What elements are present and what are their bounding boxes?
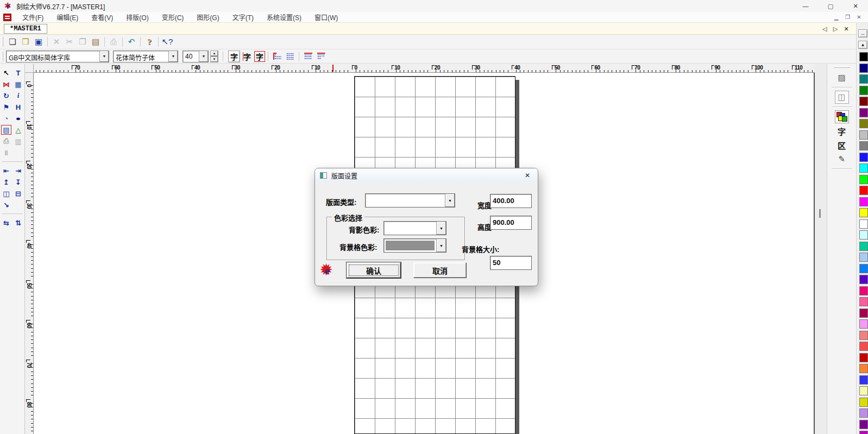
measure-tool[interactable]: ↘ [1,199,12,210]
banner-text-tool[interactable]: ⚑ [1,102,12,112]
frame-window-icon[interactable]: ◫ [835,91,849,104]
space-vertical-tool[interactable]: ⇅ [12,217,24,228]
center-horizontal-tool[interactable]: ◫ [1,188,12,199]
context-help-button[interactable]: ↖? [161,36,174,48]
align-bottom-tool[interactable]: ↧ [12,177,24,187]
palette-color-fa8232[interactable] [859,364,868,373]
tab-prev-button[interactable]: ◁ [820,24,829,33]
align-right-tool[interactable]: ⇥ [12,165,24,176]
align-top-tool[interactable]: ↥ [1,177,12,187]
palette-color-008000[interactable] [859,86,868,95]
layout-flow-full-button[interactable] [284,51,296,62]
palette-color-ff00ff[interactable] [859,197,868,206]
tab-master1[interactable]: *MASTER1 [4,24,47,34]
mdi-close-button[interactable]: ✕ [853,13,865,22]
font-size-stepper[interactable]: ▲ ▼ [210,51,218,62]
palette-color-fafaaf[interactable] [859,386,868,395]
palette-color-800080[interactable] [859,108,868,117]
layout-spacing-a-button[interactable] [302,51,314,62]
palette-color-ff0000[interactable] [859,186,868,195]
palette-color-3232f0[interactable] [859,375,868,385]
palette-color-ccffff[interactable] [859,230,868,240]
palette-color-7d0091[interactable] [859,420,868,429]
image-frame-tool[interactable]: ▤ [1,124,12,135]
chevron-down-icon[interactable]: ▼ [445,194,455,207]
maximize-button[interactable]: ▢ [818,0,843,12]
height-field[interactable]: 900.00 [490,216,532,230]
confirm-button[interactable]: 确认 [347,262,401,278]
palette-color-008080[interactable] [859,74,868,84]
open-file-button[interactable]: ❒ [19,36,32,48]
palette-color-000000[interactable] [859,52,868,61]
font-size-combo[interactable]: 40 ▼ [183,51,209,62]
canvas-scrollbar-thumb[interactable] [819,209,821,218]
palette-color-800000[interactable] [859,97,868,106]
menu-typeset[interactable]: 排版(O) [119,11,155,23]
region-icon[interactable]: 区 [835,139,849,152]
ellipse-tool[interactable]: ● [10,113,27,124]
font-combo[interactable]: 花体简竹子体 ▼ [113,51,178,62]
stepper-up-icon[interactable]: ▲ [210,51,218,56]
font-library-combo[interactable]: GB中文国标简体字库 ▼ [6,51,109,62]
text-attributes-icon[interactable]: 字 [835,124,849,137]
palette-color-a8ccf0[interactable] [859,253,868,262]
grid-size-field[interactable]: 50 [490,256,532,270]
help-button[interactable]: ? [143,36,156,48]
palette-color-00ff00[interactable] [859,175,868,184]
palette-color-f00078[interactable] [859,286,868,295]
menu-edit[interactable]: 编辑(E) [50,11,85,23]
palette-color-a8004f[interactable] [859,309,868,318]
mirror-tool[interactable]: H [12,102,24,112]
menu-transform[interactable]: 变形(C) [155,11,191,23]
insert-image-icon[interactable]: ▨ [835,71,849,84]
layout-type-combo[interactable]: ▼ [365,193,455,207]
spacer[interactable] [12,147,24,158]
italic-text-tool[interactable]: i [12,90,24,101]
color-layers-icon[interactable] [835,110,849,123]
panel-handle[interactable] [834,66,850,68]
width-field[interactable]: 400.00 [490,194,532,208]
palette-color-c80000[interactable] [859,353,868,362]
palette-color-1414ff[interactable] [859,153,868,162]
node-shape-tool[interactable]: △ [12,124,24,135]
dialog-close-icon[interactable]: ✕ [523,171,532,180]
palette-color-0080ff[interactable] [859,264,868,273]
palette-scroll-up-button[interactable]: ▲ [858,41,867,49]
chevron-down-icon[interactable]: ▼ [168,51,178,62]
palette-color-808080[interactable] [859,141,868,150]
edit-page-icon[interactable]: ✎ [835,153,849,166]
mdi-minimize-button[interactable]: ▁ [831,13,842,22]
save-file-button[interactable]: ▣ [32,36,45,48]
close-button[interactable]: ✕ [843,0,868,12]
palette-color-fa4b4b[interactable] [859,342,868,351]
tab-close-button[interactable]: ✕ [842,24,851,33]
palette-color-00cc99[interactable] [859,242,868,251]
palette-color-5a00c8[interactable] [859,275,868,284]
cancel-button[interactable]: 取消 [413,262,467,278]
stepper-down-icon[interactable]: ▼ [210,56,218,62]
palette-color-c0c0c0[interactable] [859,130,868,140]
text-style-vertical-button[interactable]: 字 [241,51,253,62]
spacer2[interactable] [12,199,24,210]
menu-window[interactable]: 窗口(W) [308,11,344,23]
chevron-down-icon[interactable]: ▼ [99,51,109,62]
palette-color-ff5c9b[interactable] [859,297,868,306]
toolbar-gripper[interactable] [2,37,3,47]
dialog-title-bar[interactable]: 版面设置 ✕ [315,168,538,183]
palette-color-bc00bc[interactable] [859,431,868,434]
undo-button[interactable]: ↶ [125,36,138,48]
text-tool[interactable]: T [12,67,24,78]
space-horizontal-tool[interactable]: ⇆ [1,217,12,228]
text-style-plain-button[interactable]: 字 [228,51,240,62]
center-vertical-tool[interactable]: ⊟ [12,188,24,199]
mdi-restore-button[interactable]: ❐ [842,13,853,22]
palette-color-00ffff[interactable] [859,163,868,173]
transform-tool[interactable]: ↻ [1,90,12,101]
tab-next-button[interactable]: ▷ [831,24,840,33]
align-left-tool[interactable]: ⇤ [1,165,12,176]
chevron-down-icon[interactable]: ▼ [436,239,446,252]
palette-color-dcdc00[interactable] [859,398,868,407]
palette-color-be8ce6[interactable] [859,408,868,418]
minimize-button[interactable]: — [793,0,818,12]
layout-flow-corner-button[interactable] [271,51,283,62]
